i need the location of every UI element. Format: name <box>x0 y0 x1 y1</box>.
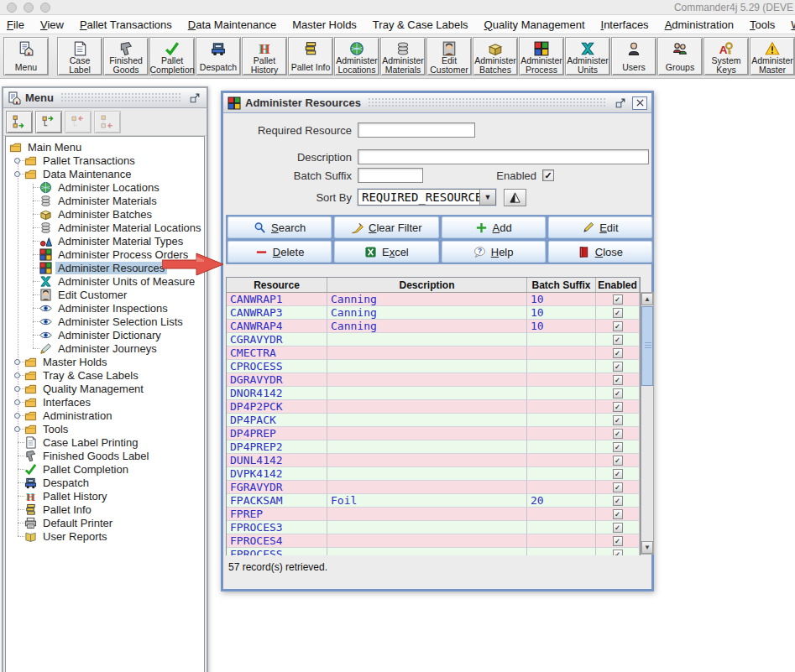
enabled-checkbox[interactable]: ✓ <box>613 536 623 546</box>
enabled-checkbox[interactable]: ✓ <box>542 169 554 181</box>
table-row[interactable]: FPROCESS✓ <box>227 548 640 555</box>
tree-item-administer-journeys[interactable]: Administer Journeys <box>6 341 204 355</box>
menubar-item-tray-case-labels[interactable]: Tray & Case Labels <box>373 18 468 31</box>
menubar-item-master-holds[interactable]: Master Holds <box>292 18 357 31</box>
tree-expanded-handle-icon[interactable] <box>14 171 20 177</box>
toolbar-button-finished-goods[interactable]: Finished Goods <box>103 37 149 76</box>
tree-item-tools[interactable]: Tools <box>6 422 204 435</box>
menubar-item-tools[interactable]: Tools <box>750 18 775 31</box>
zoom-button[interactable] <box>40 3 50 13</box>
enabled-checkbox[interactable]: ✓ <box>613 442 623 452</box>
tree-item-data-maintenance[interactable]: Data Maintenance <box>6 167 204 180</box>
dialog-titlebar[interactable]: Administer Resources <box>223 93 651 113</box>
tree-item-administer-locations[interactable]: Administer Locations <box>6 180 204 194</box>
scroll-down-button[interactable]: ▼ <box>641 541 653 554</box>
table-row[interactable]: FPACKSAMFoil20✓ <box>227 494 640 508</box>
menubar-item-quality-management[interactable]: Quality Management <box>484 18 585 31</box>
toolbar-button-users[interactable]: Users <box>611 37 656 76</box>
table-row[interactable]: CANWRAP4Canning10✓ <box>227 320 640 333</box>
table-row[interactable]: CPROCESS✓ <box>227 360 640 373</box>
enabled-checkbox[interactable]: ✓ <box>613 469 623 479</box>
tree-collapsed-handle-icon[interactable] <box>14 386 20 392</box>
delete-button[interactable]: Delete <box>228 241 332 263</box>
enabled-checkbox[interactable]: ✓ <box>613 456 623 466</box>
tree-item-administration[interactable]: Administration <box>6 409 204 422</box>
menubar-item-pallet-transactions[interactable]: Pallet Transactions <box>80 18 172 31</box>
enabled-checkbox[interactable]: ✓ <box>613 308 623 318</box>
column-header-resource[interactable]: Resource <box>227 278 327 292</box>
enabled-checkbox[interactable]: ✓ <box>613 415 623 425</box>
toolbar-button-case-label[interactable]: Case Label <box>57 37 102 76</box>
table-row[interactable]: DP4PREP✓ <box>227 427 640 440</box>
tree-collapsed-handle-icon[interactable] <box>14 359 20 365</box>
tree-item-pallet-history[interactable]: Pallet History <box>6 489 204 503</box>
enabled-checkbox[interactable]: ✓ <box>613 496 623 506</box>
toolbar-button-administer-process[interactable]: Administer Process <box>519 37 564 76</box>
tree-item-administer-dictionary[interactable]: Administer Dictionary <box>6 328 204 341</box>
toolbar-button-menu[interactable]: Menu <box>3 37 49 76</box>
expand-all-button[interactable] <box>6 111 33 133</box>
column-header-enabled[interactable]: Enabled <box>596 278 640 292</box>
menubar-item-data-maintenance[interactable]: Data Maintenance <box>188 18 277 31</box>
batch-suffix-input[interactable] <box>358 168 423 183</box>
column-header-batch-suffix[interactable]: Batch Suffix <box>527 278 596 292</box>
table-row[interactable]: DP4PACK✓ <box>227 414 640 427</box>
table-row[interactable]: CMECTRA✓ <box>227 346 640 360</box>
table-row[interactable]: FPROCES4✓ <box>227 534 640 548</box>
enabled-checkbox[interactable]: ✓ <box>613 523 623 533</box>
add-button[interactable]: Add <box>442 216 546 238</box>
toolbar-button-groups[interactable]: Groups <box>657 37 703 76</box>
toolbar-button-edit-customer[interactable]: Edit Customer <box>426 37 472 76</box>
description-input[interactable] <box>358 149 649 164</box>
enabled-checkbox[interactable]: ✓ <box>613 550 623 556</box>
table-scrollbar[interactable]: ▲ ▼ <box>641 292 654 555</box>
enabled-checkbox[interactable]: ✓ <box>613 362 623 372</box>
collapse-all-button[interactable] <box>94 111 121 133</box>
table-row[interactable]: CANWRAP3Canning10✓ <box>227 306 640 320</box>
toolbar-button-pallet-completion[interactable]: Pallet Completion <box>149 37 195 76</box>
table-row[interactable]: DVPK4142✓ <box>227 467 640 481</box>
tree-item-interfaces[interactable]: Interfaces <box>6 395 204 409</box>
toolbar-button-administer-master[interactable]: Administer Master <box>750 37 795 76</box>
enabled-checkbox[interactable]: ✓ <box>613 294 623 305</box>
tree-item-administer-material-locations[interactable]: Administer Material Locations <box>6 221 204 234</box>
tree-item-main-menu[interactable]: Main Menu <box>6 140 204 154</box>
table-row[interactable]: FGRAVYDR✓ <box>227 481 640 494</box>
menubar-item-administration[interactable]: Administration <box>665 18 734 31</box>
menubar-item-interfaces[interactable]: Interfaces <box>601 18 649 31</box>
expand-branch-button[interactable] <box>35 111 62 133</box>
tree-collapsed-handle-icon[interactable] <box>14 426 20 432</box>
close-button[interactable]: Close <box>548 241 652 263</box>
enabled-checkbox[interactable]: ✓ <box>613 509 623 519</box>
tree-item-administer-batches[interactable]: Administer Batches <box>6 207 204 221</box>
tree-item-case-label-printing[interactable]: Case Label Printing <box>6 435 204 449</box>
combo-dropdown-button[interactable]: ▼ <box>479 190 495 205</box>
excel-button[interactable]: Excel <box>334 241 438 263</box>
sort-direction-button[interactable] <box>504 189 526 206</box>
clear-filter-button[interactable]: Clear Filter <box>334 216 438 238</box>
tree-collapsed-handle-icon[interactable] <box>14 413 20 419</box>
toolbar-button-administer-locations[interactable]: Administer Locations <box>334 37 379 76</box>
toolbar-button-administer-materials[interactable]: Administer Materials <box>380 37 426 76</box>
tree-item-user-reports[interactable]: User Reports <box>6 529 204 543</box>
tree-item-quality-management[interactable]: Quality Management <box>6 382 204 395</box>
close-button[interactable] <box>7 3 17 13</box>
sort-by-select[interactable]: REQUIRED_RESOURCE ▼ <box>358 189 496 206</box>
table-row[interactable]: CGRAVYDR✓ <box>227 333 640 346</box>
scroll-up-button[interactable]: ▲ <box>641 293 653 305</box>
toolbar-button-pallet-history[interactable]: Pallet History <box>242 37 287 76</box>
enabled-checkbox[interactable]: ✓ <box>613 375 623 385</box>
search-button[interactable]: Search <box>228 216 332 238</box>
toolbar-button-pallet-info[interactable]: Pallet Info <box>288 37 333 76</box>
enabled-checkbox[interactable]: ✓ <box>613 348 623 358</box>
toolbar-button-despatch[interactable]: Despatch <box>196 37 241 76</box>
toolbar-button-system-keys[interactable]: System Keys <box>703 37 749 76</box>
column-header-description[interactable]: Description <box>327 278 527 292</box>
tree-item-administer-material-types[interactable]: Administer Material Types <box>6 234 204 247</box>
required-resource-input[interactable] <box>358 122 475 138</box>
menu-frame-titlebar[interactable]: Menu <box>3 88 207 108</box>
minimize-button[interactable] <box>24 3 34 13</box>
tree-item-administer-materials[interactable]: Administer Materials <box>6 194 204 207</box>
table-row[interactable]: FPROCES3✓ <box>227 521 640 534</box>
tree-item-edit-customer[interactable]: Edit Customer <box>6 288 204 301</box>
